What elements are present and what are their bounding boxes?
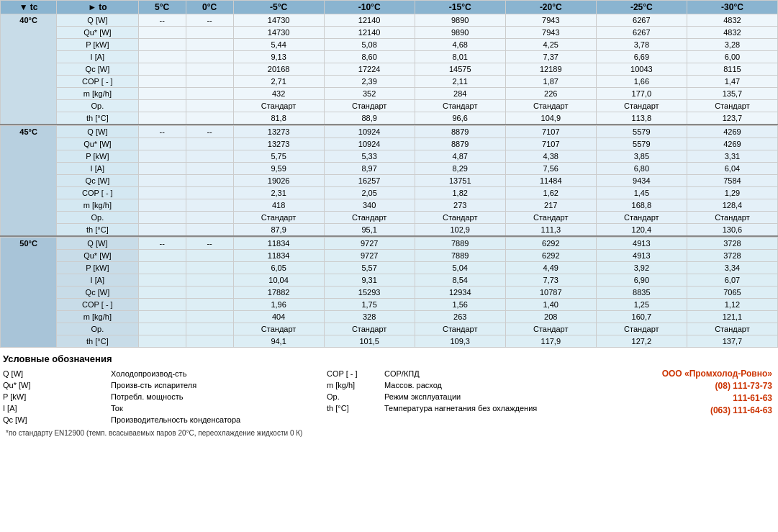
data-cell: 7065 [687, 287, 777, 299]
data-cell [138, 76, 186, 88]
data-cell [186, 175, 233, 187]
table-row: 45°CQ [W]----13273109248879710755794269 [1, 126, 778, 138]
data-cell: 6,80 [596, 163, 687, 175]
legend-left-key: I [A] [3, 403, 111, 413]
data-cell: 9890 [415, 27, 505, 39]
data-cell: 226 [505, 88, 596, 100]
data-cell: 102,9 [415, 224, 505, 237]
data-cell: 6,90 [596, 274, 687, 287]
data-cell: 87,9 [233, 224, 324, 237]
data-cell: -- [186, 14, 233, 27]
data-cell: 4,38 [505, 150, 596, 163]
data-cell: 1,12 [687, 299, 777, 311]
data-cell [186, 262, 233, 274]
row-label: m [kg/h] [57, 88, 139, 100]
legend-mid-key: COP [ - ] [312, 369, 384, 379]
data-cell: 217 [505, 199, 596, 212]
row-label: th [°C] [57, 335, 139, 348]
row-label: Qc [W] [57, 287, 139, 299]
data-cell: 2,71 [233, 76, 324, 88]
data-cell [138, 163, 186, 175]
legend-mid-val: Температура нагнетания без охлаждения [384, 403, 586, 413]
data-cell: 6292 [505, 250, 596, 262]
data-cell: 130,6 [687, 224, 777, 237]
data-cell: 273 [415, 199, 505, 212]
legend-left-key: Qc [W] [3, 415, 111, 425]
table-row: Op.СтандартСтандартСтандартСтандартСтанд… [1, 100, 778, 112]
data-cell: 15293 [324, 287, 415, 299]
data-cell: Стандарт [505, 323, 596, 335]
data-cell [186, 199, 233, 212]
data-cell [186, 224, 233, 237]
data-cell: 7889 [415, 238, 505, 250]
row-label: Op. [57, 100, 139, 112]
data-cell [138, 199, 186, 212]
header-col-6: -25°C [596, 1, 687, 14]
legend-left-val: Произв-сть испарителя [111, 380, 312, 390]
data-cell: 328 [324, 311, 415, 323]
header-col-0: 5°C [138, 1, 186, 14]
data-cell: 1,87 [505, 76, 596, 88]
legend-mid-key: th [°C] [312, 403, 384, 413]
data-cell: 3,85 [596, 150, 687, 163]
data-cell: 10043 [596, 63, 687, 76]
row-label: Q [W] [57, 238, 139, 250]
table-row: I [A]10,049,318,547,736,906,07 [1, 274, 778, 287]
legend-mid-key [312, 415, 384, 425]
data-cell [138, 335, 186, 348]
data-cell: 6,07 [687, 274, 777, 287]
data-cell: 1,75 [324, 299, 415, 311]
data-cell: 8,60 [324, 51, 415, 63]
data-cell: 4913 [596, 250, 687, 262]
header-col-5: -20°C [505, 1, 596, 14]
tc-cell: 40°C [1, 14, 57, 125]
data-cell: 1,47 [687, 76, 777, 88]
data-cell [138, 187, 186, 199]
data-cell [138, 311, 186, 323]
data-cell: 123,7 [687, 112, 777, 125]
data-cell: 127,2 [596, 335, 687, 348]
data-cell: 352 [324, 88, 415, 100]
table-row: th [°C]94,1101,5109,3117,9127,2137,7 [1, 335, 778, 348]
data-cell [138, 88, 186, 100]
data-cell: 7889 [415, 250, 505, 262]
data-cell [186, 63, 233, 76]
data-cell: 8,01 [415, 51, 505, 63]
data-cell: 5579 [596, 138, 687, 150]
data-cell: 11484 [505, 175, 596, 187]
data-cell [138, 138, 186, 150]
data-cell: Стандарт [233, 212, 324, 224]
data-cell: 5,44 [233, 39, 324, 51]
table-row: I [A]9,598,978,297,566,806,04 [1, 163, 778, 175]
data-cell: 3,34 [687, 262, 777, 274]
data-cell: 4913 [596, 238, 687, 250]
data-cell [138, 287, 186, 299]
data-cell: 10924 [324, 138, 415, 150]
data-cell: 8,29 [415, 163, 505, 175]
data-cell: 9727 [324, 238, 415, 250]
data-cell: 6,00 [687, 51, 777, 63]
data-cell: 8115 [687, 63, 777, 76]
table-row: 40°CQ [W]----14730121409890794362674832 [1, 14, 778, 27]
data-cell [138, 262, 186, 274]
data-cell: 101,5 [324, 335, 415, 348]
table-row: Op.СтандартСтандартСтандартСтандартСтанд… [1, 323, 778, 335]
legend-left-key: Q [W] [3, 369, 111, 379]
data-cell: 1,25 [596, 299, 687, 311]
row-label: I [A] [57, 274, 139, 287]
data-cell: Стандарт [596, 100, 687, 112]
data-cell: 4832 [687, 27, 777, 39]
data-cell: 340 [324, 199, 415, 212]
tc-cell: 45°C [1, 126, 57, 237]
legend-grid: Q [W]Холодопроизвод-стьCOP [ - ]COP/КПДО… [3, 369, 775, 425]
data-cell: 120,4 [596, 224, 687, 237]
data-cell: 168,8 [596, 199, 687, 212]
data-cell: 160,7 [596, 311, 687, 323]
data-cell: 8,54 [415, 274, 505, 287]
legend-mid-key: m [kg/h] [312, 380, 384, 390]
data-cell: 13273 [233, 126, 324, 138]
table-row: Qu* [W]13273109248879710755794269 [1, 138, 778, 150]
company-phone-2: 111-61-63 [586, 393, 772, 403]
data-cell: 113,8 [596, 112, 687, 125]
data-cell: 14575 [415, 63, 505, 76]
